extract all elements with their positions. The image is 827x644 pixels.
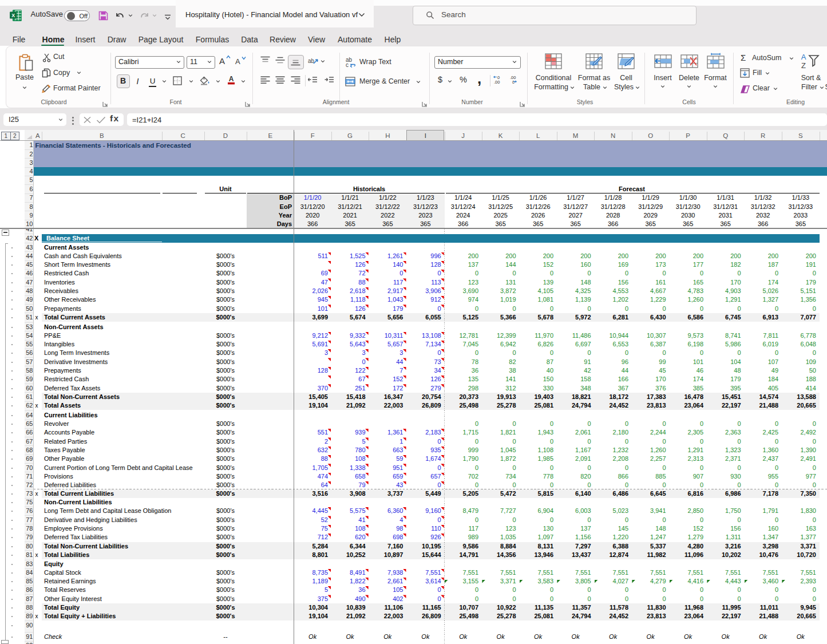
svg-text:A: A [229, 75, 234, 83]
svg-text:.00: .00 [494, 80, 500, 85]
svg-text:A: A [801, 53, 806, 61]
svg-text:0: 0 [512, 80, 515, 85]
svg-text:c: c [346, 62, 349, 68]
svg-text:X: X [11, 13, 15, 18]
svg-text:Z: Z [801, 61, 806, 70]
